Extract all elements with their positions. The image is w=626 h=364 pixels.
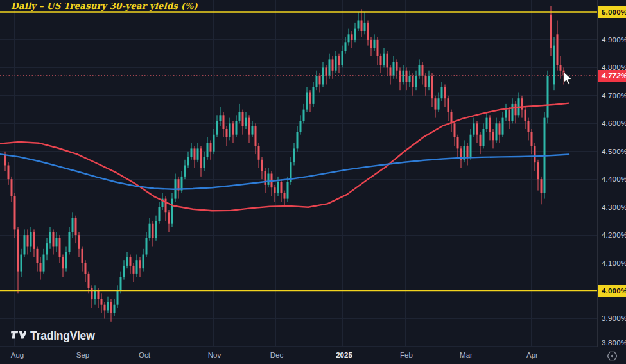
price-tick-label: 4.900%: [598, 34, 626, 46]
time-tick-label: Aug: [11, 351, 24, 359]
time-axis[interactable]: AugSepOctNovDec2025FebMarApr: [0, 347, 626, 364]
price-scale-settings-button[interactable]: [606, 350, 618, 361]
time-tick-label: Feb: [400, 351, 413, 359]
price-tick-label: 3.900%: [598, 313, 626, 324]
time-tick-label: Mar: [460, 351, 473, 359]
time-tick-label: Sep: [76, 351, 89, 359]
tradingview-logo-icon: [8, 328, 26, 344]
tradingview-logo[interactable]: TradingView: [8, 328, 95, 344]
tradingview-chart-window: Daily – US Treasury 30-year yields (%) T…: [0, 0, 626, 364]
price-tick-label: 4.600%: [598, 117, 626, 129]
chart-title-drawing[interactable]: Daily – US Treasury 30-year yields (%): [11, 1, 198, 11]
price-tick-label: 4.700%: [598, 90, 626, 101]
time-tick-year-label: 2025: [336, 351, 352, 359]
price-tick-label: 4.400%: [598, 173, 626, 185]
price-tick-label: 4.200%: [598, 229, 626, 241]
mouse-cursor: [563, 72, 574, 86]
time-tick-label: Dec: [270, 351, 283, 359]
last-price-badge: 4.772%: [598, 70, 626, 82]
price-tick-label: 4.300%: [598, 202, 626, 213]
time-tick-label: Apr: [526, 351, 538, 359]
gear-hexagon-icon: [607, 351, 618, 361]
candlestick-plot[interactable]: [0, 0, 597, 347]
price-tick-label: 4.100%: [598, 257, 626, 269]
price-level-badge: 4.000%: [598, 285, 626, 297]
price-axis[interactable]: 5.000%4.900%4.800%4.772%4.700%4.600%4.50…: [597, 0, 626, 347]
price-level-badge: 5.000%: [598, 6, 626, 18]
time-tick-label: Nov: [208, 351, 221, 359]
time-tick-label: Oct: [139, 351, 150, 359]
price-tick-label: 4.500%: [598, 146, 626, 157]
chart-canvas[interactable]: Daily – US Treasury 30-year yields (%) T…: [0, 0, 597, 347]
tradingview-logo-text: TradingView: [30, 329, 95, 343]
